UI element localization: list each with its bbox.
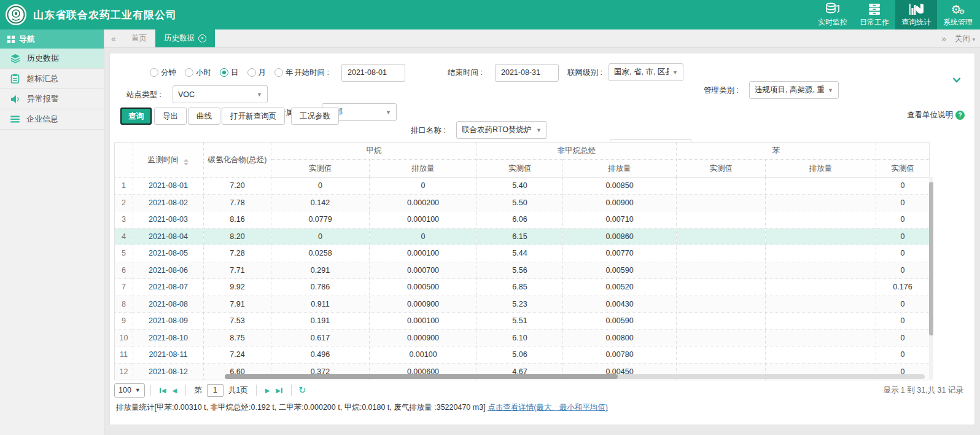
query-button[interactable]: 查询 (120, 108, 152, 125)
value-cell (766, 194, 876, 211)
end-time-input[interactable] (495, 64, 559, 82)
page-prefix: 第 (194, 385, 202, 396)
tab-bar: « 首页 历史数据 × » 关闭 ▾ (104, 29, 980, 48)
value-cell: 0.0258 (271, 245, 370, 262)
period-radio-group: 分钟 小时 日 月 年 (150, 63, 294, 82)
value-cell: 9.92 (204, 279, 271, 296)
tabs-scroll-right-icon[interactable]: » (941, 34, 946, 44)
collapse-filters-icon[interactable] (952, 74, 961, 85)
refresh-icon[interactable]: ↻ (298, 385, 306, 396)
clipboard-icon (10, 74, 20, 84)
condition-params-button[interactable]: 工况参数 (291, 108, 339, 125)
table-row[interactable]: 82021-08-087.910.9110.0009005.230.004300 (115, 296, 930, 313)
next-page-button[interactable]: ▶ (265, 387, 270, 394)
horizontal-scrollbar-thumb[interactable] (225, 374, 618, 379)
value-cell: 0.00780 (563, 347, 677, 364)
last-page-button[interactable]: ▶ (276, 387, 282, 394)
radio-minute[interactable]: 分钟 (150, 68, 176, 78)
question-icon: ? (955, 111, 965, 120)
value-cell: 0.142 (271, 194, 370, 211)
sidebar-item-abnormal-alarm[interactable]: 异常报警 (0, 89, 104, 109)
sidebar-item-exceedance-summary[interactable]: 超标汇总 (0, 69, 104, 89)
chevron-down-icon: ▼ (257, 92, 262, 98)
list-icon (10, 116, 20, 123)
table-row[interactable]: 92021-08-097.530.1910.0001005.510.005900 (115, 313, 930, 330)
row-number-cell: 2 (115, 194, 133, 211)
date-cell[interactable]: 2021-08-07 (133, 279, 204, 296)
date-cell[interactable]: 2021-08-06 (133, 262, 204, 279)
date-cell[interactable]: 2021-08-08 (133, 296, 204, 313)
tabs-scroll-left-icon[interactable]: « (104, 29, 123, 47)
value-cell (677, 347, 766, 364)
table-row[interactable]: 102021-08-108.750.6170.0009006.100.00800… (115, 329, 930, 347)
value-cell: 5.06 (477, 347, 563, 364)
date-cell[interactable]: 2021-08-02 (133, 194, 204, 211)
unit-help-link[interactable]: 查看单位说明 ? (907, 110, 965, 120)
table-row[interactable]: 52021-08-057.280.02580.0001005.440.00770… (115, 245, 930, 262)
start-time-input[interactable] (341, 64, 405, 82)
network-level-select[interactable]: 国家, 省, 市, 区县 ▼ (609, 63, 683, 81)
page-input[interactable] (207, 384, 224, 397)
value-cell: 5.56 (477, 262, 563, 279)
tab-home[interactable]: 首页 (123, 29, 155, 47)
radio-year[interactable]: 年 (274, 68, 294, 78)
sub-header-measured: 实测值 (271, 160, 370, 178)
prev-page-button[interactable]: ◀ (172, 387, 177, 394)
date-cell[interactable]: 2021-08-05 (133, 245, 204, 262)
value-cell: 0.0779 (271, 211, 370, 229)
table-row[interactable]: 42021-08-048.20006.150.008600 (115, 228, 930, 245)
sub-header-measured: 实测值 (477, 160, 563, 178)
nav-daily-work[interactable]: 日常工作 (854, 0, 895, 29)
value-cell: 0 (271, 228, 370, 245)
close-tabs-dropdown[interactable]: 关闭 ▾ (955, 34, 975, 44)
value-cell (677, 329, 766, 347)
page-size-select[interactable]: 100 ▼ (114, 383, 145, 398)
date-cell[interactable]: 2021-08-03 (133, 211, 204, 229)
station-type-select[interactable]: VOC ▼ (173, 85, 268, 103)
vertical-scrollbar-thumb[interactable] (929, 182, 933, 335)
date-cell[interactable]: 2021-08-12 (133, 363, 204, 380)
radio-hour[interactable]: 小时 (185, 68, 211, 78)
row-number-cell: 7 (115, 279, 133, 296)
value-cell: 0.000900 (370, 296, 477, 313)
sidebar-item-enterprise-info[interactable]: 企业信息 (0, 109, 104, 130)
tab-history-data[interactable]: 历史数据 × (155, 29, 215, 47)
date-cell[interactable]: 2021-08-01 (133, 178, 204, 195)
table-row[interactable]: 32021-08-038.160.07790.0001006.060.00710… (115, 211, 930, 229)
horizontal-scrollbar[interactable] (225, 374, 925, 379)
date-cell[interactable]: 2021-08-04 (133, 228, 204, 245)
sidebar-item-history-data[interactable]: 历史数据 (0, 49, 104, 69)
group-header-methane: 甲烷 (271, 143, 477, 160)
date-cell[interactable]: 2021-08-11 (133, 347, 204, 364)
date-cell[interactable]: 2021-08-10 (133, 329, 204, 347)
table-row[interactable]: 72021-08-079.920.7860.0005006.850.005200… (115, 279, 930, 296)
table-row[interactable]: 22021-08-027.780.1420.0002005.500.009000 (115, 194, 930, 211)
value-cell: 7.24 (204, 347, 271, 364)
value-cell (677, 262, 766, 279)
nav-query-statistics[interactable]: 查询统计 (895, 0, 937, 29)
table-row[interactable]: 112021-08-117.240.4960.001005.060.007800 (115, 347, 930, 364)
records-info: 显示 1 到 31,共 31 记录 (883, 385, 963, 396)
value-cell: 5.40 (477, 178, 563, 195)
tab-close-icon[interactable]: × (198, 34, 206, 42)
value-cell: 8.75 (204, 329, 271, 347)
value-cell: 5.50 (477, 194, 563, 211)
radio-day[interactable]: 日 (220, 68, 239, 78)
curve-button[interactable]: 曲线 (188, 108, 220, 125)
nav-system-management[interactable]: ⚙⚙ 系统管理 (937, 0, 979, 29)
radio-month[interactable]: 月 (247, 68, 266, 78)
value-cell (766, 228, 876, 245)
new-query-page-button[interactable]: 打开新查询页 (222, 108, 285, 125)
vertical-scrollbar[interactable] (929, 177, 933, 380)
time-column-header[interactable]: 监测时间 (133, 143, 204, 178)
value-cell: 0 (876, 194, 930, 211)
table-row[interactable]: 62021-08-067.710.2910.0007005.560.005900 (115, 262, 930, 279)
nav-realtime-monitor[interactable]: 实时监控 (812, 0, 854, 29)
view-details-link[interactable]: 点击查看详情(最大、最小和平均值) (488, 403, 608, 412)
date-cell[interactable]: 2021-08-09 (133, 313, 204, 330)
first-page-button[interactable]: ◀ (160, 387, 166, 394)
value-cell: 0.000200 (370, 194, 477, 211)
sort-icon[interactable] (184, 159, 189, 165)
export-button[interactable]: 导出 (154, 108, 187, 125)
table-row[interactable]: 12021-08-017.20005.400.008500 (115, 178, 930, 195)
